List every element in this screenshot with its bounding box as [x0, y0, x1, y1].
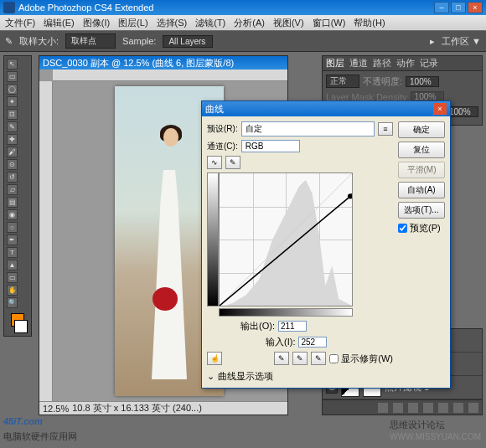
options-button[interactable]: 选项(T)... [398, 202, 445, 219]
target-adjust-icon[interactable]: ☝ [207, 352, 222, 365]
opacity-label: 不透明度: [363, 75, 402, 88]
background-swatch[interactable] [14, 320, 28, 333]
dodge-tool[interactable]: ○ [7, 222, 18, 233]
menu-help[interactable]: 帮助(H) [354, 17, 385, 29]
white-point-eyedropper[interactable]: ✎ [311, 352, 326, 365]
sample-size-label: 取样大小: [19, 35, 59, 48]
channel-label: 通道(C): [207, 141, 238, 152]
output-label: 输出(O): [240, 320, 275, 332]
y-gradient [207, 173, 219, 306]
menu-edit[interactable]: 编辑(E) [44, 17, 75, 29]
sample-select[interactable]: All Layers [163, 35, 213, 48]
black-point-eyedropper[interactable]: ✎ [274, 352, 289, 365]
menu-view[interactable]: 视图(V) [273, 17, 304, 29]
preset-select[interactable]: 自定 [241, 121, 375, 136]
auto-button[interactable]: 自动(A) [398, 182, 445, 198]
move-tool[interactable]: ↖ [7, 59, 18, 70]
shape-tool[interactable]: ▭ [7, 272, 18, 283]
ruler-vertical [39, 81, 53, 401]
watermark-left: 45iT.com 电脑软硬件应用网 [3, 413, 77, 443]
heal-tool[interactable]: ✚ [7, 134, 18, 145]
output-input[interactable] [278, 321, 307, 332]
eyedropper-tool[interactable]: ✎ [7, 121, 18, 132]
ok-button[interactable]: 确定 [398, 121, 445, 138]
preview-checkbox[interactable]: 预览(P) [398, 222, 445, 234]
layers-bottombar [323, 399, 482, 415]
tab-actions[interactable]: 动作 [396, 57, 415, 70]
maximize-button[interactable]: □ [451, 2, 466, 13]
svg-line-1 [220, 173, 352, 306]
panel-collapse-icon[interactable]: ▸ [427, 35, 438, 47]
app-titlebar: Adobe Photozhop CS4 Extended – □ × [0, 0, 486, 15]
close-button[interactable]: × [468, 2, 483, 13]
blend-mode-select[interactable]: 正常 [326, 75, 359, 88]
zoom-level[interactable]: 12.5% [43, 404, 69, 414]
menu-filter[interactable]: 滤镜(T) [195, 17, 225, 29]
curves-close-button[interactable]: × [433, 103, 447, 115]
gray-point-eyedropper[interactable]: ✎ [292, 352, 308, 365]
workspace-switcher[interactable]: 工作区 ▼ [442, 35, 481, 48]
group-icon[interactable] [438, 403, 448, 413]
opacity-input[interactable]: 100% [406, 76, 439, 87]
app-icon [3, 2, 15, 13]
preset-label: 预设(R): [207, 123, 238, 135]
preset-menu-icon[interactable]: ≡ [378, 122, 393, 136]
curve-point-tool[interactable]: ∿ [207, 156, 222, 169]
document-titlebar[interactable]: DSC_0030 副本 @ 12.5% (曲线 6, 图层蒙版/8) [39, 56, 287, 70]
sample-label: Sample: [122, 36, 156, 46]
curves-graph[interactable] [219, 173, 353, 306]
minimize-button[interactable]: – [434, 2, 449, 13]
input-label: 输入(I): [266, 336, 295, 348]
type-tool[interactable]: T [7, 247, 18, 258]
channel-select[interactable]: RGB [241, 140, 300, 152]
lasso-tool[interactable]: ◯ [7, 84, 18, 95]
history-brush-tool[interactable]: ↺ [7, 172, 18, 183]
tab-layers[interactable]: 图层 [326, 57, 344, 70]
watermark-right: 思维设计论坛 WWW.MISSYUAN.COM [390, 419, 481, 441]
menu-layer[interactable]: 图层(L) [118, 17, 147, 29]
curves-dialog: 曲线 × 预设(R): 自定 ≡ 通道(C): RGB ∿ ✎ [201, 100, 451, 389]
blur-tool[interactable]: ◉ [7, 209, 18, 220]
hand-tool[interactable]: ✋ [7, 285, 18, 296]
brush-tool[interactable]: 🖌 [7, 147, 18, 157]
menu-image[interactable]: 图像(I) [83, 17, 110, 29]
tab-history[interactable]: 记录 [420, 57, 438, 70]
show-clipping-checkbox[interactable]: 显示修剪(W) [329, 352, 393, 365]
curves-titlebar[interactable]: 曲线 × [202, 101, 450, 116]
eraser-tool[interactable]: ▱ [7, 184, 18, 195]
crop-tool[interactable]: ⊡ [7, 109, 18, 120]
fx-icon[interactable] [393, 403, 403, 413]
curves-title: 曲线 [205, 103, 224, 116]
tab-paths[interactable]: 路径 [373, 57, 391, 70]
menu-select[interactable]: 选择(S) [157, 17, 188, 29]
trash-icon[interactable] [468, 403, 478, 413]
curve-line[interactable] [220, 173, 352, 306]
sample-size-select[interactable]: 取样点 [65, 33, 116, 49]
adjustment-icon[interactable] [423, 403, 433, 413]
menu-file[interactable]: 文件(F) [5, 17, 35, 29]
gradient-tool[interactable]: ▤ [7, 197, 18, 208]
stamp-tool[interactable]: ⊙ [7, 159, 18, 170]
menu-window[interactable]: 窗口(W) [313, 17, 346, 29]
wand-tool[interactable]: ✦ [7, 96, 18, 107]
chevron-icon: ⌄ [207, 371, 215, 382]
zoom-tool[interactable]: 🔍 [7, 297, 18, 308]
input-input[interactable] [298, 337, 327, 348]
new-layer-icon[interactable] [453, 403, 463, 413]
link-layers-icon[interactable] [378, 403, 388, 413]
path-select-tool[interactable]: ▲ [7, 260, 18, 270]
toolbox: ↖ ▭ ◯ ✦ ⊡ ✎ ✚ 🖌 ⊙ ↺ ▱ ▤ ◉ ○ ✒ T ▲ ▭ ✋ 🔍 [3, 55, 32, 337]
image-content [132, 120, 207, 388]
curve-display-disclosure[interactable]: ⌄ 曲线显示选项 [207, 370, 393, 383]
tab-channels[interactable]: 通道 [349, 57, 368, 70]
cancel-button[interactable]: 复位 [398, 142, 445, 158]
mask-icon[interactable] [408, 403, 418, 413]
curve-pencil-tool[interactable]: ✎ [225, 156, 240, 169]
marquee-tool[interactable]: ▭ [7, 71, 18, 82]
menu-analysis[interactable]: 分析(A) [234, 17, 265, 29]
options-bar: ✎ 取样大小: 取样点 Sample: All Layers ▸ 工作区 ▼ [0, 30, 486, 52]
document-title: DSC_0030 副本 @ 12.5% (曲线 6, 图层蒙版/8) [43, 57, 234, 70]
eyedropper-icon: ✎ [5, 36, 13, 47]
pen-tool[interactable]: ✒ [7, 234, 18, 245]
smooth-button[interactable]: 平滑(M) [398, 162, 445, 178]
